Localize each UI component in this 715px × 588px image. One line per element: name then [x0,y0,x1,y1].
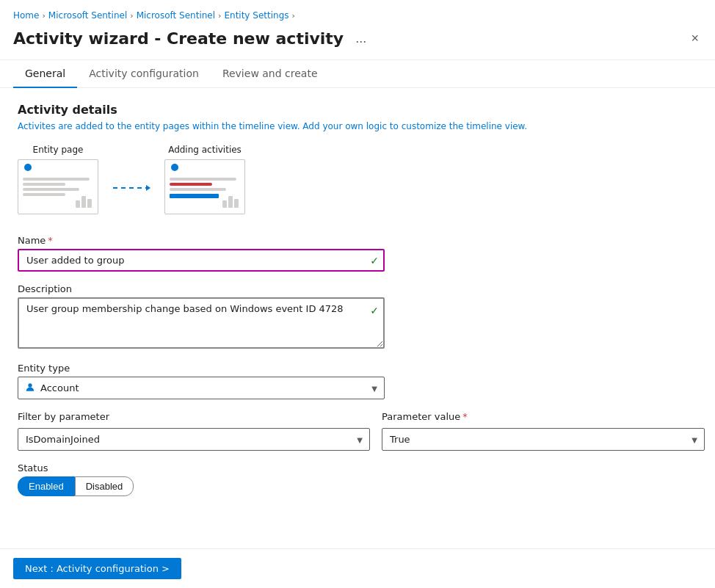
footer: Next : Activity configuration > [0,548,715,588]
entity-type-select[interactable]: Account Host IP [18,377,385,399]
status-enabled-button[interactable]: Enabled [18,476,75,496]
description-textarea-wrapper: User group membership change based on Wi… [18,297,385,351]
status-group: Status Enabled Disabled [18,462,687,496]
entity-page-card [18,159,98,214]
status-toggle: Enabled Disabled [18,476,687,496]
name-check-icon: ✓ [370,255,379,266]
entity-type-label: Entity type [18,363,687,374]
main-content: Activity details Activites are added to … [0,88,705,526]
tab-review-create[interactable]: Review and create [211,60,330,88]
close-button[interactable]: × [688,28,702,49]
breadcrumb-sentinel1[interactable]: Microsoft Sentinel [48,10,127,21]
filter-param-group: Filter by parameter IsDomainJoined IsAdm… [18,411,370,451]
ellipsis-button[interactable]: ... [351,29,371,48]
account-icon [25,382,35,394]
next-button[interactable]: Next : Activity configuration > [13,558,181,579]
wizard-title: Activity wizard - Create new activity [13,29,344,48]
diagram-row: Entity page Adding activities [18,145,687,214]
section-desc: Activites are added to the entity pages … [18,121,687,131]
name-input[interactable] [18,249,385,272]
diagram-arrow [113,187,150,189]
filter-select[interactable]: IsDomainJoined IsAdmin [18,428,370,451]
tabs-container: General Activity configuration Review an… [0,60,715,88]
entity-type-field-group: Entity type Account Host IP ▼ [18,363,687,399]
breadcrumb-sentinel2[interactable]: Microsoft Sentinel [137,10,215,21]
param-value-group: Parameter value * True False ▼ [382,411,705,451]
filter-label: Filter by parameter [18,411,370,422]
status-disabled-button[interactable]: Disabled [75,476,134,496]
filter-select-wrapper: IsDomainJoined IsAdmin ▼ [18,428,370,451]
adding-activities-card [164,159,245,214]
adding-activities-diagram: Adding activities [164,145,245,214]
param-select-wrapper: True False ▼ [382,428,705,451]
status-label: Status [18,462,687,473]
name-required: * [48,235,53,246]
entity-type-select-wrapper: Account Host IP ▼ [18,377,385,399]
param-label: Parameter value * [382,411,705,422]
name-field-group: Name * ✓ [18,235,687,272]
description-check-icon: ✓ [370,305,379,316]
tab-general[interactable]: General [13,60,77,88]
entity-page-label: Entity page [33,145,84,155]
breadcrumb-entity-settings[interactable]: Entity Settings [224,10,288,21]
description-label: Description [18,283,687,294]
wizard-header: Activity wizard - Create new activity ..… [0,25,715,60]
entity-page-diagram: Entity page [18,145,98,214]
breadcrumb-home[interactable]: Home [13,10,39,21]
description-field-group: Description User group membership change… [18,283,687,351]
description-textarea[interactable]: User group membership change based on Wi… [18,297,385,349]
breadcrumb: Home › Microsoft Sentinel › Microsoft Se… [0,0,715,25]
tab-activity-config[interactable]: Activity configuration [77,60,211,88]
section-title: Activity details [18,103,687,117]
param-required-star: * [462,411,468,422]
adding-activities-label: Adding activities [168,145,242,155]
name-input-wrapper: ✓ [18,249,385,272]
param-select[interactable]: True False [382,428,705,451]
svg-point-0 [28,383,32,387]
filter-row: Filter by parameter IsDomainJoined IsAdm… [18,411,687,451]
name-label: Name * [18,235,687,246]
